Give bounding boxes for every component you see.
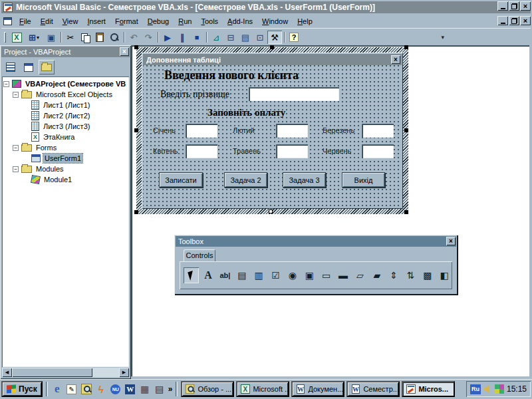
- language-indicator[interactable]: Ru: [470, 384, 481, 394]
- menu-window[interactable]: Window: [257, 15, 293, 27]
- collapse-icon[interactable]: −: [13, 145, 19, 151]
- toggle-folders-button[interactable]: [39, 60, 55, 74]
- task-word-document1[interactable]: WДокумен...: [291, 381, 344, 397]
- month-input-mar[interactable]: [362, 124, 394, 138]
- design-mode-button[interactable]: ⊿: [209, 31, 223, 44]
- month-input-may[interactable]: [276, 144, 308, 158]
- resize-handle[interactable]: [270, 45, 274, 49]
- select-objects-tool[interactable]: [184, 267, 199, 283]
- properties-window-button[interactable]: ▤: [238, 31, 253, 44]
- tree-item-excel-objects[interactable]: −Microsoft Excel Objects: [3, 89, 129, 100]
- calculator-icon[interactable]: ▦: [139, 383, 151, 395]
- combobox-tool[interactable]: ▤: [234, 267, 249, 283]
- commandbutton-tool[interactable]: ▬: [335, 267, 350, 283]
- break-button[interactable]: ∥: [175, 31, 190, 44]
- userform-close-button[interactable]: ×: [391, 55, 400, 64]
- tray-app-icon[interactable]: [495, 384, 504, 394]
- project-panel-close-button[interactable]: ×: [120, 47, 129, 56]
- toolbox-close-button[interactable]: ×: [446, 237, 456, 245]
- tabstrip-tool[interactable]: ▱: [352, 267, 368, 283]
- quick-launch-overflow-chevron[interactable]: »: [168, 384, 173, 394]
- refedit-tool[interactable]: ◧: [437, 267, 452, 283]
- winamp-icon[interactable]: ϟ: [95, 383, 107, 395]
- project-tree-hscrollbar[interactable]: ◀ ▶: [2, 368, 129, 377]
- task3-button[interactable]: Задача 3: [283, 172, 326, 188]
- task-explorer-window[interactable]: Обзор - ...: [181, 381, 234, 397]
- view-microsoft-excel-button[interactable]: X: [9, 31, 24, 44]
- label-tool[interactable]: A: [200, 267, 215, 283]
- paste-button[interactable]: [92, 31, 107, 44]
- project-explorer-button[interactable]: ⊟: [223, 31, 238, 44]
- scroll-right-arrow[interactable]: ▶: [119, 368, 129, 377]
- task-excel-window[interactable]: XMicrosoft ...: [236, 381, 289, 397]
- collapse-icon[interactable]: −: [13, 166, 19, 172]
- child-minimize-button[interactable]: [497, 16, 508, 25]
- scrollbar-track[interactable]: [12, 368, 119, 377]
- child-close-button[interactable]: ×: [520, 16, 531, 25]
- menu-insert[interactable]: Insert: [82, 15, 110, 27]
- volume-icon[interactable]: [483, 385, 492, 394]
- month-input-jan[interactable]: [186, 124, 217, 138]
- menu-add-ins[interactable]: Add-Ins: [223, 15, 257, 27]
- child-window-icon[interactable]: [3, 17, 12, 25]
- image-tool[interactable]: ▩: [420, 267, 435, 283]
- toolbox-button[interactable]: ⚒: [267, 31, 282, 44]
- collapse-icon[interactable]: −: [13, 92, 19, 98]
- resize-handle[interactable]: [404, 128, 408, 132]
- tree-item-thisworkbook[interactable]: XЭтаКнига: [3, 132, 129, 142]
- menu-file[interactable]: File: [15, 15, 36, 27]
- menu-help[interactable]: Help: [293, 15, 317, 27]
- resize-handle[interactable]: [134, 128, 138, 132]
- listbox-tool[interactable]: ▥: [251, 267, 267, 283]
- restore-button[interactable]: [509, 1, 519, 11]
- resize-handle[interactable]: [134, 210, 138, 214]
- help-button[interactable]: ?: [287, 31, 301, 44]
- task-visual-basic-active[interactable]: Micros...: [402, 381, 455, 397]
- find-button[interactable]: [107, 31, 122, 44]
- menu-format[interactable]: Format: [110, 15, 143, 27]
- view-object-button[interactable]: [21, 60, 37, 74]
- norton-utilities-icon[interactable]: NU: [110, 383, 122, 395]
- month-input-apr[interactable]: [186, 144, 217, 158]
- toolbox-titlebar[interactable]: Toolbox ×: [176, 236, 456, 247]
- tree-item-sheet1[interactable]: Лист1 (Лист1): [3, 100, 129, 110]
- task2-button[interactable]: Задача 2: [224, 172, 267, 188]
- menu-run[interactable]: Run: [174, 15, 196, 27]
- optionbutton-tool[interactable]: ◉: [285, 267, 300, 283]
- resize-handle[interactable]: [404, 45, 408, 49]
- textbox-tool[interactable]: ab|: [217, 267, 233, 283]
- task-word-document2[interactable]: WСеместр...: [346, 381, 400, 397]
- toolbar-options-caret[interactable]: ▾: [441, 34, 444, 41]
- resize-handle[interactable]: [134, 45, 138, 49]
- start-button[interactable]: Пуск: [1, 381, 43, 397]
- redo-button[interactable]: ↷: [141, 31, 156, 44]
- undo-button[interactable]: ↶: [126, 31, 141, 44]
- tree-item-vbaproject[interactable]: −VBAProject (Семестрове VB: [3, 78, 129, 89]
- tree-item-userform1[interactable]: UserForm1: [3, 153, 129, 164]
- tree-item-modules[interactable]: −Modules: [3, 164, 129, 174]
- close-button[interactable]: ×: [520, 1, 531, 11]
- scroll-left-arrow[interactable]: ◀: [2, 368, 12, 377]
- save-record-button[interactable]: Записати: [159, 172, 203, 188]
- surname-input[interactable]: [249, 87, 339, 101]
- menu-view[interactable]: View: [58, 15, 83, 27]
- cut-button[interactable]: ✂: [63, 31, 78, 44]
- scrollbar-thumb[interactable]: [12, 368, 92, 377]
- exit-button[interactable]: Вихід: [342, 172, 385, 188]
- tree-item-forms[interactable]: −Forms: [3, 142, 129, 153]
- tree-item-module1[interactable]: Module1: [3, 174, 129, 185]
- reset-button[interactable]: ■: [190, 31, 204, 44]
- run-button[interactable]: ▶: [160, 31, 175, 44]
- menu-debug[interactable]: Debug: [143, 15, 174, 27]
- insert-userform-button[interactable]: ⊞▾: [24, 31, 44, 44]
- collapse-icon[interactable]: −: [3, 81, 9, 87]
- multipage-tool[interactable]: ▰: [369, 267, 384, 283]
- resize-handle[interactable]: [404, 210, 408, 214]
- word-icon[interactable]: W: [124, 383, 136, 395]
- tree-item-sheet3[interactable]: Лист3 (Лист3): [3, 121, 129, 132]
- tree-item-sheet2[interactable]: Лист2 (Лист2): [3, 110, 129, 121]
- userform-client-area[interactable]: Введення нового клієнта Введіть прізвище…: [143, 65, 402, 207]
- toolbox-tab-controls[interactable]: Controls: [184, 249, 215, 261]
- notes-icon[interactable]: ✎: [66, 383, 78, 395]
- toolbar-grip[interactable]: [4, 32, 6, 43]
